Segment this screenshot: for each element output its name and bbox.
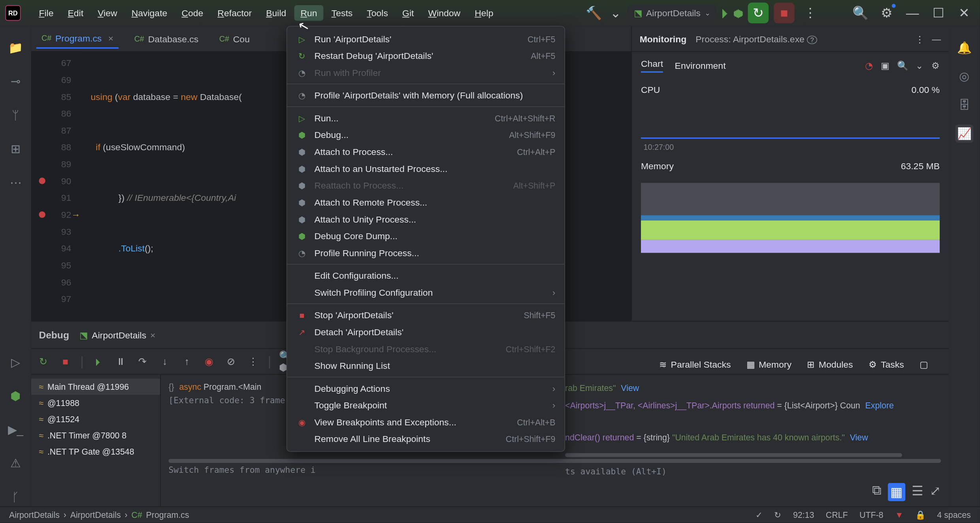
panel-minimize-icon[interactable]: — [932,33,941,43]
close-button[interactable]: ✕ [954,3,974,23]
editor-tab[interactable]: C#Database.cs [129,30,204,48]
notifications-icon[interactable]: 🔔 [955,39,973,57]
menu-item[interactable]: Toggle Breakpoint› [287,397,565,414]
tab-memory[interactable]: ▦Memory [746,359,792,370]
thread-item[interactable]: ≈@11524 [31,411,160,427]
step-out-icon[interactable]: ↑ [180,354,194,368]
run-debug-icon[interactable]: ⏵⬢ [722,3,743,23]
tab-modules[interactable]: ⊞Modules [807,359,853,370]
rerun-icon[interactable]: ↻ [36,354,51,368]
pause-icon[interactable]: ⏸ [113,354,128,368]
more-icon[interactable]: ⋮ [246,354,260,368]
ai-icon[interactable]: ◎ [955,68,973,86]
file-encoding[interactable]: UTF-8 [859,510,883,520]
menu-item[interactable]: ↻Restart Debug 'AirportDetails'Alt+F5 [287,47,565,64]
menu-code[interactable]: Code [175,5,210,21]
monitoring-icon[interactable]: 📈 [955,125,973,143]
menu-window[interactable]: Window [422,5,467,21]
menu-item[interactable]: ⬢Attach to Unity Process... [287,211,565,228]
problems-icon[interactable]: ⚠ [6,455,24,473]
menu-view[interactable]: View [91,5,124,21]
run-config-selector[interactable]: ⬔ AirportDetails ⌄ [627,5,716,21]
menu-item[interactable]: ⬢Attach to an Unstarted Process... [287,160,565,177]
menu-item[interactable]: ⬢Debug Core Dump... [287,228,565,245]
memory-profile-icon[interactable]: ▣ [881,60,889,71]
menu-navigate[interactable]: Navigate [125,5,173,21]
search-icon[interactable]: 🔍 [850,3,871,23]
editor-tab[interactable]: C#Cou [214,30,255,48]
rerun-button[interactable]: ↻ [748,3,769,23]
vcs-icon[interactable]: ᚴ [6,488,24,506]
line-ending[interactable]: CRLF [826,510,848,520]
chevron-down-icon[interactable]: ⌄ [916,60,923,71]
panel-options-icon[interactable]: ⋮ [915,33,924,43]
menu-item[interactable]: Switch Profiling Configuration› [287,284,565,301]
menu-file[interactable]: File [32,5,60,21]
stop-icon[interactable]: ■ [58,354,73,368]
menu-item[interactable]: ↗Detach 'AirportDetails' [287,323,565,340]
menu-item[interactable]: ■Stop 'AirportDetails'Shift+F5 [287,307,565,324]
menu-item[interactable]: ⬢Attach to Process...Ctrl+Alt+P [287,143,565,160]
menu-run[interactable]: Run [294,5,324,21]
structure-icon[interactable]: ⊞ [6,140,24,158]
debug-tool-icon[interactable]: ⬢ [6,387,24,405]
resume-icon[interactable]: ⏵ [92,354,106,368]
menu-item[interactable]: ▷Run 'AirportDetails'Ctrl+F5 [287,30,565,47]
progress-icon[interactable]: ↻ [774,510,781,520]
menu-help[interactable]: Help [468,5,500,21]
project-icon[interactable]: 📁 [6,39,24,57]
stop-button[interactable]: ■ [774,3,794,23]
link-icon[interactable]: ⧉ [872,483,881,501]
zoom-icon[interactable]: 🔍 [897,60,908,71]
settings-icon[interactable]: ⚙ [876,3,897,23]
gear-icon[interactable]: ⚙ [931,60,940,71]
menu-build[interactable]: Build [260,5,293,21]
menu-item[interactable]: ⬢Debug...Alt+Shift+F9 [287,127,565,143]
readonly-icon[interactable]: ▼ [895,510,903,520]
hammer-icon[interactable]: 🔨 [583,3,604,23]
view-link[interactable]: View [621,383,639,393]
breakpoints-icon[interactable]: ◉ [202,354,216,368]
tab-environment[interactable]: Environment [675,60,726,71]
minimize-button[interactable]: — [902,3,923,23]
step-into-icon[interactable]: ↓ [158,354,172,368]
git-icon[interactable]: ᛘ [6,106,24,125]
editor-tab[interactable]: C#Program.cs× [36,29,119,48]
close-icon[interactable]: × [108,33,113,43]
tab-chart[interactable]: Chart [641,59,663,73]
indent-setting[interactable]: 4 spaces [937,510,971,520]
menu-item[interactable]: Debugging Actions› [287,380,565,397]
horizontal-scrollbar[interactable] [565,453,902,457]
terminal-icon[interactable]: ▶_ [6,421,24,439]
menu-edit[interactable]: Edit [61,5,90,21]
tab-tasks[interactable]: ⚙Tasks [869,359,904,370]
breadcrumb[interactable]: AirportDetails› AirportDetails› C# Progr… [9,510,189,520]
explore-link[interactable]: Explore [865,401,894,411]
maximize-button[interactable]: ☐ [928,3,948,23]
thread-item[interactable]: ≈.NET Timer @7800 8 [31,427,160,444]
step-over-icon[interactable]: ↷ [136,354,150,368]
menu-item[interactable]: ◔Profile Running Process... [287,244,565,261]
menu-item[interactable]: ⬢Attach to Remote Process... [287,194,565,211]
menu-item[interactable]: Show Running List [287,357,565,374]
layout-icon[interactable]: ▢ [920,359,928,370]
thread-item[interactable]: ≈Main Thread @11996 [31,379,160,395]
menu-item[interactable]: ▷Run...Ctrl+Alt+Shift+R [287,110,565,127]
thread-item[interactable]: ≈@11988 [31,395,160,411]
more-icon[interactable]: ⋮ [800,3,820,23]
thread-item[interactable]: ≈.NET TP Gate @13548 [31,444,160,460]
debug-config-tab[interactable]: ⬔ AirportDetails × [79,330,155,340]
mute-breakpoints-icon[interactable]: ⊘ [224,354,238,368]
profiler-icon[interactable]: ◔ [865,60,873,71]
expand-icon[interactable]: ⤢ [930,483,941,501]
list-icon[interactable]: ☰ [912,483,923,501]
database-icon[interactable]: 🗄 [955,96,973,114]
menu-item[interactable]: Remove All Line BreakpointsCtrl+Shift+F9 [287,430,565,447]
view-link[interactable]: View [850,432,868,442]
run-tool-icon[interactable]: ▷ [6,353,24,372]
lock-icon[interactable]: 🔒 [915,510,925,520]
tab-parallel-stacks[interactable]: ≋Parallel Stacks [659,359,731,370]
grid-icon[interactable]: ▦ [888,483,905,501]
close-icon[interactable]: × [150,330,155,340]
more-tools-icon[interactable]: ⋯ [6,174,24,192]
